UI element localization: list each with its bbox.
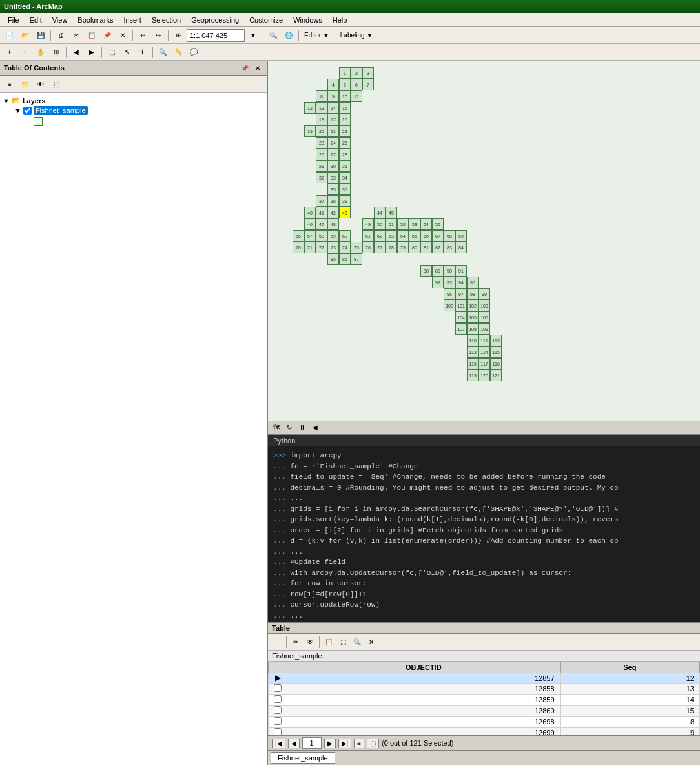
- toc-close-btn[interactable]: ✕: [252, 63, 263, 73]
- nav-last-btn[interactable]: ▶|: [338, 739, 352, 748]
- table-row[interactable]: 1286015: [269, 706, 700, 717]
- open-btn[interactable]: 📂: [18, 28, 32, 43]
- globe-btn[interactable]: 🌐: [282, 28, 296, 43]
- table-select-btn[interactable]: ⬚: [336, 636, 349, 649]
- grid-cell-100: 100: [444, 300, 455, 311]
- map-tb-pause[interactable]: ⏸: [296, 422, 308, 434]
- python-content[interactable]: >>> import arcpy... fc = r'Fishnet_sampl…: [268, 446, 700, 622]
- back-btn[interactable]: ◀: [69, 45, 83, 59]
- table-row[interactable]: 1285813: [269, 684, 700, 695]
- map-tb-prev[interactable]: ◀: [309, 422, 321, 434]
- row-selector[interactable]: [269, 706, 287, 717]
- table-row[interactable]: 126999: [269, 728, 700, 736]
- layer-expand-icon[interactable]: ▼: [14, 107, 21, 114]
- magnify-btn[interactable]: 🔍: [266, 28, 280, 43]
- toc-selection-btn[interactable]: ⬚: [49, 77, 63, 91]
- layer-fishnet[interactable]: ▼ Fishnet_sample: [13, 105, 264, 116]
- nav-next-btn[interactable]: ▶: [324, 739, 336, 748]
- table-row[interactable]: ▶1285712: [269, 673, 700, 684]
- save-btn[interactable]: 💾: [34, 28, 48, 43]
- table-view-btn[interactable]: 👁: [304, 636, 316, 649]
- python-line: ... decimals = 0 #Rounding. You might ne…: [273, 483, 695, 494]
- table-delete-btn[interactable]: ✕: [365, 636, 378, 649]
- undo-btn[interactable]: ↩: [136, 28, 150, 43]
- grid-cell-65: 65: [409, 230, 420, 242]
- scale-input[interactable]: [187, 29, 245, 42]
- row-selector[interactable]: [269, 684, 287, 695]
- menu-edit[interactable]: Edit: [25, 15, 47, 25]
- nav-all-btn[interactable]: ≡: [354, 739, 364, 748]
- print-btn[interactable]: 🖨: [54, 28, 68, 43]
- grid-cell-70: 70: [293, 242, 304, 253]
- map-tb-refresh[interactable]: ↻: [283, 422, 295, 434]
- menu-customize[interactable]: Customize: [244, 15, 288, 25]
- map-tips-btn[interactable]: 💬: [187, 45, 201, 59]
- paste-btn[interactable]: 📌: [100, 28, 114, 43]
- grid-cell-13: 13: [316, 102, 327, 114]
- grid-cell-98: 98: [467, 288, 479, 300]
- map-tb-zoom[interactable]: 🗺: [271, 422, 282, 434]
- nav-first-btn[interactable]: |◀: [272, 739, 285, 748]
- menu-help[interactable]: Help: [327, 15, 353, 25]
- table-row[interactable]: 1285914: [269, 695, 700, 706]
- nav-prev-btn[interactable]: ◀: [288, 739, 300, 748]
- zoom-out-btn[interactable]: −: [18, 45, 32, 59]
- delete-btn[interactable]: ✕: [116, 28, 130, 43]
- col-header-oid[interactable]: OBJECTID: [287, 662, 561, 673]
- layer-name[interactable]: Fishnet_sample: [34, 106, 88, 115]
- full-extent-btn[interactable]: ⊞: [49, 45, 63, 59]
- select-btn[interactable]: ⬚: [105, 45, 119, 59]
- cut-btn[interactable]: ✂: [69, 28, 83, 43]
- python-line: ... cursor.updateRow(row): [273, 600, 695, 611]
- table-tab-fishnet[interactable]: Fishnet_sample: [271, 752, 335, 764]
- measure-btn[interactable]: 📏: [171, 45, 185, 59]
- table-content[interactable]: OBJECTID Seq ▶12857121285813128591412860…: [268, 662, 700, 735]
- grid-cell-76: 76: [362, 242, 374, 253]
- menu-insert[interactable]: Insert: [118, 15, 147, 25]
- grid-cell-41: 41: [316, 207, 327, 218]
- target-btn[interactable]: ⊕: [171, 28, 185, 43]
- menu-file[interactable]: File: [3, 15, 25, 25]
- new-btn[interactable]: 📄: [3, 28, 17, 43]
- toc-source-btn[interactable]: 📁: [18, 77, 32, 91]
- table-zoom-btn[interactable]: 🔍: [351, 636, 364, 649]
- grid-cell-78: 78: [386, 242, 397, 253]
- col-header-seq[interactable]: Seq: [560, 662, 699, 673]
- nav-selected-btn[interactable]: ⬚: [367, 739, 379, 748]
- page-input[interactable]: [302, 737, 322, 749]
- layers-label: Layers: [23, 97, 45, 105]
- menu-selection[interactable]: Selection: [147, 15, 186, 25]
- table-copy-btn[interactable]: 📋: [322, 636, 335, 649]
- row-selector[interactable]: [269, 695, 287, 706]
- map-area[interactable]: 1234567891011121314151617181920212223242…: [268, 61, 700, 435]
- row-selector[interactable]: ▶: [269, 673, 287, 684]
- scale-dropdown[interactable]: ▼: [246, 28, 260, 43]
- toc-dock-btn[interactable]: 📌: [240, 63, 250, 73]
- layer-checkbox[interactable]: [23, 107, 32, 115]
- redo-btn[interactable]: ↪: [151, 28, 165, 43]
- copy-btn[interactable]: 📋: [85, 28, 99, 43]
- zoom-in-btn[interactable]: +: [3, 45, 17, 59]
- ttb-sep2: [319, 636, 320, 648]
- row-selector[interactable]: [269, 728, 287, 736]
- menu-geoprocessing[interactable]: Geoprocessing: [186, 15, 244, 25]
- menu-windows[interactable]: Windows: [288, 15, 327, 25]
- expand-icon[interactable]: ▼: [3, 97, 10, 105]
- toc-visibility-btn[interactable]: 👁: [34, 77, 48, 91]
- grid-cell-26: 26: [316, 149, 327, 160]
- menu-view[interactable]: View: [47, 15, 73, 25]
- grid-cell-19: 19: [304, 125, 316, 137]
- toc-list-btn[interactable]: ≡: [3, 77, 17, 91]
- grid-cell-60: 60: [339, 230, 351, 242]
- menu-bookmarks[interactable]: Bookmarks: [72, 15, 118, 25]
- table-menu-btn[interactable]: ☰: [271, 636, 283, 649]
- grid-cell-97: 97: [455, 288, 467, 300]
- identify-btn[interactable]: ℹ: [136, 45, 150, 59]
- table-edit-btn[interactable]: ✏: [289, 636, 302, 649]
- row-selector[interactable]: [269, 717, 287, 728]
- table-row[interactable]: 126988: [269, 717, 700, 728]
- pan-btn[interactable]: ✋: [34, 45, 48, 59]
- arrow-btn[interactable]: ↖: [120, 45, 134, 59]
- find-btn[interactable]: 🔍: [156, 45, 170, 59]
- forward-btn[interactable]: ▶: [85, 45, 99, 59]
